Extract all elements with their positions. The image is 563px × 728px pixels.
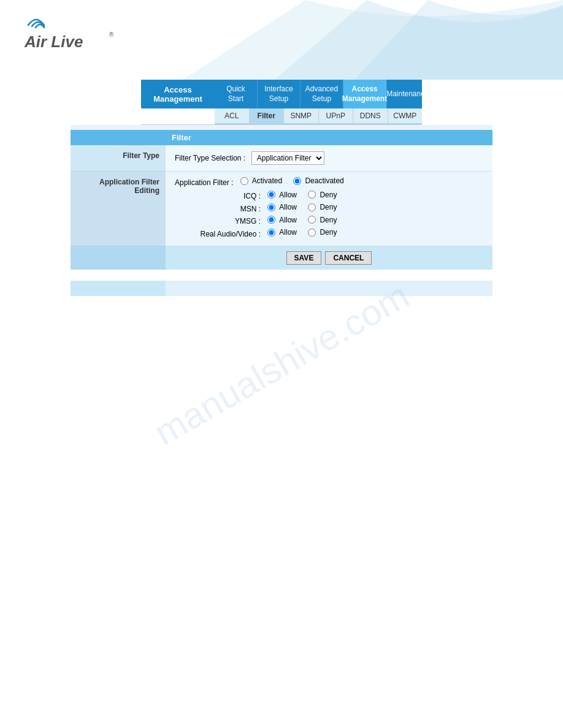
buttons-content: SAVE CANCEL [166, 246, 492, 270]
real-audio-video-row: Real Audio/Video : Allow Deny [175, 228, 483, 238]
section-header-title: Filter [166, 130, 492, 145]
filter-type-selection-label: Filter Type Selection : [175, 154, 245, 162]
bottom-row [71, 281, 492, 296]
sub-nav-acl[interactable]: ACL [215, 108, 250, 124]
activated-label: Activated [252, 176, 282, 185]
sub-nav-items: ACL Filter SNMP UPnP DDNS CWMP [215, 108, 422, 124]
filter-type-row: Filter Type Filter Type Selection : Appl… [71, 145, 492, 172]
logo-svg: Air Live ® [18, 15, 117, 55]
icq-label: ICQ : [175, 192, 261, 200]
nav-item-maintenance[interactable]: Maintenance [386, 80, 429, 108]
real-allow-radio[interactable] [267, 229, 275, 237]
nav-item-interface-setup[interactable]: Interface Setup [258, 80, 301, 108]
app-filter-editing-row: Application Filter Editing Application F… [71, 172, 492, 246]
svg-text:®: ® [109, 31, 114, 38]
msn-allow-group[interactable]: Allow [267, 203, 297, 211]
ymsg-deny-radio[interactable] [308, 216, 316, 224]
activated-radio-group[interactable]: Activated [240, 176, 282, 185]
nav-item-quick-start[interactable]: Quick Start [215, 80, 258, 108]
sub-nav-filter[interactable]: Filter [250, 108, 285, 124]
section-header-row: Filter [71, 130, 492, 145]
app-filter-content: Application Filter : Activated Deactivat… [166, 172, 492, 246]
main-nav: Access Management Quick Start Interface … [141, 80, 422, 108]
nav-item-help[interactable]: Help [472, 80, 515, 108]
app-filter-status-row: Application Filter : Activated Deactivat… [175, 176, 483, 187]
nav-spacer [71, 125, 492, 130]
msn-allow-label: Allow [279, 203, 297, 211]
save-button[interactable]: SAVE [286, 251, 322, 265]
sub-nav-ddns[interactable]: DDNS [353, 108, 388, 124]
deactivated-radio-group[interactable]: Deactivated [293, 176, 343, 185]
ymsg-deny-group[interactable]: Deny [308, 216, 337, 224]
icq-allow-radio[interactable] [267, 191, 275, 199]
msn-allow-radio[interactable] [267, 203, 275, 211]
buttons-row: SAVE CANCEL [71, 246, 492, 270]
nav-item-access-management[interactable]: Access Management [343, 80, 386, 108]
svg-text:Air Live: Air Live [24, 32, 83, 51]
msn-label: MSN : [175, 205, 261, 213]
icq-allow-label: Allow [279, 191, 297, 199]
deactivated-radio[interactable] [293, 177, 301, 185]
app-filter-field-label: Application Filter : [175, 178, 233, 187]
sub-nav-snmp[interactable]: SNMP [284, 108, 319, 124]
icq-allow-group[interactable]: Allow [267, 191, 297, 199]
filter-type-select[interactable]: Application Filter URL Filter MAC Filter [251, 151, 324, 165]
sub-nav-upnp[interactable]: UPnP [319, 108, 354, 124]
ymsg-allow-radio[interactable] [267, 216, 275, 224]
header-wave [183, 0, 563, 80]
msn-deny-label: Deny [320, 203, 337, 211]
bottom-content [166, 281, 492, 296]
ymsg-allow-group[interactable]: Allow [267, 216, 297, 224]
icq-deny-radio[interactable] [308, 191, 316, 199]
ymsg-allow-label: Allow [279, 216, 297, 224]
real-allow-group[interactable]: Allow [267, 228, 297, 237]
real-deny-radio[interactable] [308, 229, 316, 237]
sub-nav: ACL Filter SNMP UPnP DDNS CWMP [141, 108, 422, 125]
msn-deny-group[interactable]: Deny [308, 203, 337, 211]
real-deny-group[interactable]: Deny [308, 228, 337, 237]
filter-type-content: Filter Type Selection : Application Filt… [166, 145, 492, 172]
real-deny-label: Deny [320, 228, 337, 237]
nav-item-status[interactable]: Status [429, 80, 472, 108]
filter-type-label: Filter Type [71, 145, 166, 172]
icq-deny-label: Deny [320, 191, 337, 199]
sub-nav-cwmp[interactable]: CWMP [388, 108, 423, 124]
real-audio-video-label: Real Audio/Video : [175, 230, 261, 238]
msn-row: MSN : Allow Deny [175, 203, 483, 213]
ymsg-label: YMSG : [175, 217, 261, 226]
nav-item-advanced-setup[interactable]: Advanced Setup [301, 80, 343, 108]
msn-deny-radio[interactable] [308, 203, 316, 211]
icq-row: ICQ : Allow Deny [175, 191, 483, 201]
content-spacer [71, 270, 492, 275]
buttons-spacer [71, 246, 166, 270]
bottom-spacer [71, 281, 166, 296]
main-nav-wrapper: Access Management Quick Start Interface … [71, 80, 492, 296]
ymsg-row: YMSG : Allow Deny [175, 216, 483, 226]
deactivated-label: Deactivated [305, 176, 343, 185]
real-allow-label: Allow [279, 228, 297, 237]
sidebar-label: Access Management [141, 80, 215, 108]
ymsg-deny-label: Deny [320, 216, 337, 224]
sub-nav-spacer [141, 108, 215, 124]
cancel-button[interactable]: CANCEL [325, 251, 372, 265]
header: Air Live ® [0, 0, 563, 80]
app-filter-label: Application Filter Editing [71, 172, 166, 246]
activated-radio[interactable] [240, 177, 248, 185]
icq-deny-group[interactable]: Deny [308, 191, 337, 199]
section-header-spacer [71, 130, 166, 145]
